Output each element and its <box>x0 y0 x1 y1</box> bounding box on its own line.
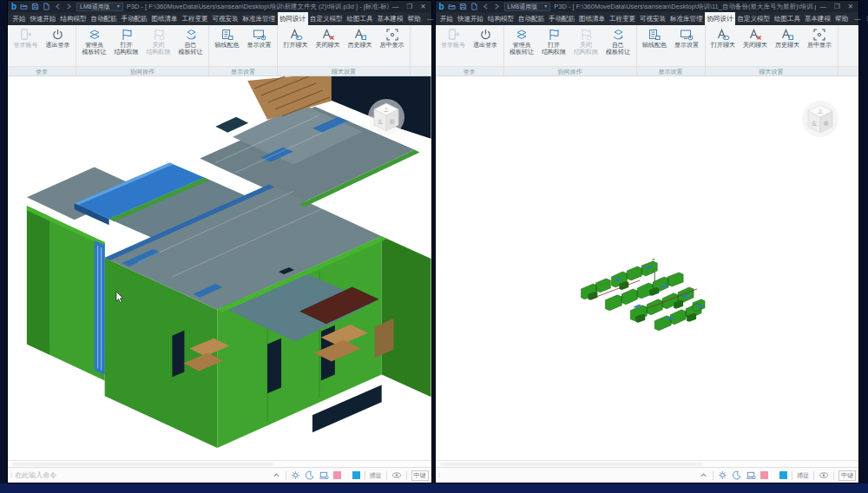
axis-color-button[interactable]: 轴线配色 <box>639 26 671 66</box>
tab-custom-model[interactable]: 自定义模型 <box>735 12 773 25</box>
tab-custom-model[interactable]: 自定义模型 <box>308 12 345 25</box>
collapse-chevron-icon[interactable] <box>699 468 708 483</box>
settings-gear-icon[interactable] <box>718 468 727 483</box>
pink-color-swatch[interactable] <box>760 471 768 479</box>
viewcube-front-face[interactable]: 前 <box>823 121 829 126</box>
blue-color-swatch[interactable] <box>779 471 787 479</box>
viewcube-front-face[interactable]: 前 <box>389 119 395 124</box>
collapse-chevron-icon[interactable] <box>272 468 281 483</box>
open-structure-permission-button[interactable]: 打开 结构权限 <box>538 26 570 66</box>
scrollbar-thumb[interactable] <box>12 463 274 466</box>
snap-label[interactable]: 捕捉 <box>370 471 382 480</box>
laptop-icon[interactable] <box>746 468 756 483</box>
tab-change-order[interactable]: 工程变更 <box>180 12 210 25</box>
undo-icon[interactable] <box>54 3 62 10</box>
scrollbar-thumb[interactable] <box>440 463 702 466</box>
view-cube[interactable]: 上 左 前 <box>367 98 405 136</box>
viewcube-left-face[interactable]: 左 <box>812 121 817 126</box>
redo-icon[interactable] <box>65 3 73 10</box>
tab-basic-modeling[interactable]: 基本建模 <box>375 12 405 25</box>
viewport-3d-left[interactable]: 上 左 前 <box>8 76 431 460</box>
tab-quick-start[interactable]: 快速开始 <box>456 12 486 25</box>
tab-structure-model[interactable]: 结构模型 <box>486 12 516 25</box>
tab-visual-install[interactable]: 可视安装 <box>638 12 668 25</box>
close-structure-permission-button[interactable]: 关闭 结构权限 <box>570 26 602 66</box>
close-button[interactable]: ✕ <box>848 3 853 11</box>
version-dropdown[interactable]: LM8通用版 ▾ <box>504 3 551 11</box>
moon-icon[interactable] <box>305 468 314 483</box>
scrollbar-strip[interactable] <box>8 460 431 467</box>
open-folder-icon[interactable] <box>448 3 456 10</box>
center-display-button[interactable]: 居中显示 <box>376 26 408 66</box>
minimize-button[interactable]: — <box>392 3 399 11</box>
viewcube-top-face[interactable]: 上 <box>817 108 823 114</box>
undo-icon[interactable] <box>482 3 490 10</box>
open-chat-button[interactable]: 打开聊天 <box>279 26 312 66</box>
doc-minimize-button[interactable]: — <box>855 16 861 22</box>
axis-color-button[interactable]: 轴线配色 <box>211 26 243 66</box>
viewport-3d-right[interactable]: Z Y 上 左 <box>436 76 859 460</box>
tab-manual-rebar[interactable]: 手动配筋 <box>119 12 149 25</box>
center-display-button[interactable]: 居中显示 <box>804 26 836 66</box>
moon-icon[interactable] <box>732 468 741 483</box>
version-dropdown[interactable]: LM8通用版 ▾ <box>76 3 123 11</box>
tab-start[interactable]: 开始 <box>438 12 456 25</box>
tab-quick-start[interactable]: 快速开始 <box>28 12 58 25</box>
history-chat-button[interactable]: 历史聊天 <box>344 26 376 66</box>
tab-change-order[interactable]: 工程变更 <box>608 12 638 25</box>
tab-standard-library[interactable]: 标准库管理 <box>668 12 706 25</box>
scrollbar-strip[interactable] <box>436 460 859 467</box>
blue-color-swatch[interactable] <box>352 471 360 479</box>
login-account-button[interactable]: 登录账号 <box>10 26 42 66</box>
new-doc-icon[interactable] <box>43 3 50 10</box>
viewcube-left-face[interactable]: 左 <box>378 119 383 124</box>
tab-auto-rebar[interactable]: 自动配筋 <box>89 12 119 25</box>
laptop-icon[interactable] <box>319 468 329 483</box>
minimize-button[interactable]: — <box>819 3 826 11</box>
tab-standard-library[interactable]: 标准库管理 <box>240 12 278 25</box>
command-input[interactable] <box>15 471 267 479</box>
open-structure-permission-button[interactable]: 打开 结构权限 <box>110 26 142 66</box>
pink-color-swatch[interactable] <box>333 471 341 479</box>
settings-gear-icon[interactable] <box>291 468 300 483</box>
maximize-button[interactable]: ❐ <box>406 3 412 11</box>
open-folder-icon[interactable] <box>20 3 28 10</box>
display-settings-button[interactable]: 显示设置 <box>671 26 703 66</box>
tab-drawing-list[interactable]: 图纸清单 <box>577 12 608 25</box>
tab-help[interactable]: 帮助 <box>405 12 423 25</box>
self-template-transfer-button[interactable]: 自己 模板转让 <box>602 26 635 66</box>
snap-label[interactable]: 捕捉 <box>797 471 809 480</box>
viewcube-top-face[interactable]: 上 <box>383 107 389 112</box>
tab-basic-modeling[interactable]: 基本建模 <box>803 12 833 25</box>
tab-structure-model[interactable]: 结构模型 <box>58 12 89 25</box>
tab-drawing-tools[interactable]: 绘图工具 <box>773 12 803 25</box>
close-button[interactable]: ✕ <box>420 3 425 11</box>
self-template-transfer-button[interactable]: 自己 模板转让 <box>174 26 207 66</box>
command-input[interactable] <box>443 471 695 479</box>
display-settings-button[interactable]: 显示设置 <box>243 26 275 66</box>
tab-drawing-tools[interactable]: 绘图工具 <box>345 12 375 25</box>
save-icon[interactable] <box>459 3 467 10</box>
admin-template-transfer-button[interactable]: 管理员 模板转让 <box>78 26 110 66</box>
history-chat-button[interactable]: 历史聊天 <box>772 26 804 66</box>
logout-button[interactable]: 退出登录 <box>42 26 74 66</box>
maximize-button[interactable]: ❐ <box>834 3 840 11</box>
tab-help[interactable]: 帮助 <box>833 12 851 25</box>
save-icon[interactable] <box>31 3 39 10</box>
view-cube[interactable]: 上 左 前 <box>801 100 839 138</box>
close-structure-permission-button[interactable]: 关闭 结构权限 <box>142 26 174 66</box>
close-chat-button[interactable]: 关闭聊天 <box>312 26 344 66</box>
tab-drawing-list[interactable]: 图纸清单 <box>149 12 180 25</box>
middle-key-dropdown[interactable]: 中键 <box>838 470 856 481</box>
redo-icon[interactable] <box>493 3 501 10</box>
eye-icon[interactable] <box>819 468 829 483</box>
tab-collaborative-design[interactable]: 协同设计 <box>278 12 308 25</box>
new-doc-icon[interactable] <box>470 3 478 10</box>
eye-icon[interactable] <box>391 468 402 483</box>
doc-minimize-button[interactable]: — <box>427 16 433 22</box>
close-chat-button[interactable]: 关闭聊天 <box>740 26 772 66</box>
tab-visual-install[interactable]: 可视安装 <box>210 12 240 25</box>
logout-button[interactable]: 退出登录 <box>470 26 502 66</box>
tab-collaborative-design[interactable]: 协同设计 <box>705 12 735 25</box>
middle-key-dropdown[interactable]: 中键 <box>411 470 429 481</box>
